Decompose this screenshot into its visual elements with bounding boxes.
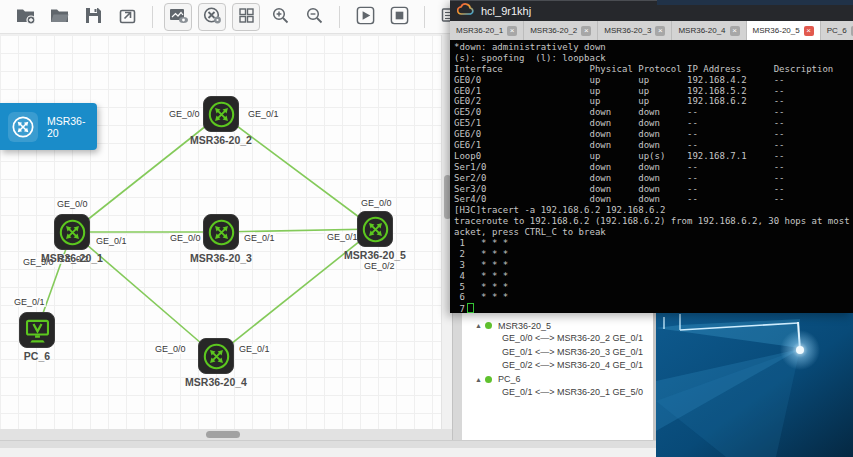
- collapse-arrow-icon[interactable]: ▲: [475, 376, 485, 383]
- tree-link-item[interactable]: GE_0/1 <—> MSR36-20_1 GE_5/0: [462, 386, 653, 400]
- port-label: GE_0/1: [238, 344, 271, 354]
- port-label: GE_0/0: [360, 198, 393, 208]
- terminal-title: hcl_9r1khj: [481, 5, 531, 17]
- canvas-horizontal-scrollbar[interactable]: [0, 429, 452, 440]
- console-line: GE5/1 down down -- --: [454, 118, 853, 129]
- toolbar-separator: [152, 6, 153, 28]
- port-label: GE_0/0: [56, 199, 89, 209]
- device-label: MSR36-20_5: [344, 249, 406, 261]
- device-MSR36-20_4[interactable]: MSR36-20_4: [198, 338, 234, 374]
- save-topology-button[interactable]: [79, 3, 107, 31]
- export-topology-button[interactable]: [113, 3, 141, 31]
- console-line: GE0/0 up up 192.168.4.2 --: [454, 75, 853, 86]
- port-label: GE_0/1: [243, 233, 276, 243]
- desktop-strip: [657, 0, 853, 5]
- console-line: 2 * * *: [454, 249, 853, 260]
- tree-link-item[interactable]: GE_0/2 <—> MSR36-20_4 GE_0/1: [462, 359, 653, 373]
- device-PC_6[interactable]: PC_6: [19, 312, 55, 348]
- tab-close-icon[interactable]: ×: [507, 26, 517, 36]
- console-line: GE6/1 down down -- --: [454, 140, 853, 151]
- start-all-devices-icon: [355, 5, 376, 29]
- cloud-icon: [457, 2, 475, 20]
- tab-label: MSR36-20_1: [456, 26, 503, 35]
- device-label: MSR36-20_4: [185, 376, 247, 388]
- topology-summary-panel: ▲MSR36-20_5GE_0/0 <—> MSR36-20_2 GE_0/1G…: [462, 313, 653, 440]
- toolbar-separator: [339, 6, 340, 28]
- status-bar: [0, 440, 656, 457]
- port-label: GE_0/0: [169, 233, 202, 243]
- zoom-out-icon: [305, 6, 324, 28]
- terminal-tab-PC_6[interactable]: PC_6×: [821, 21, 853, 40]
- device-MSR36-20_2[interactable]: MSR36-20_2: [203, 96, 239, 132]
- console-line: Ser3/0 down down -- --: [454, 184, 853, 195]
- device-label: MSR36-20_2: [190, 134, 252, 146]
- tab-close-icon[interactable]: ×: [804, 26, 814, 36]
- new-topology-icon: [15, 6, 36, 28]
- tree-node-MSR36-20_5[interactable]: ▲MSR36-20_5: [462, 319, 653, 332]
- status-dot: [485, 376, 492, 383]
- tree-link-item[interactable]: GE_0/1 <—> MSR36-20_3 GE_0/1: [462, 346, 653, 360]
- terminal-tab-MSR36-20_1[interactable]: MSR36-20_1×: [450, 21, 524, 40]
- zoom-out-button[interactable]: [300, 3, 328, 31]
- stop-all-devices-button[interactable]: [385, 3, 413, 31]
- terminal-tab-MSR36-20_2[interactable]: MSR36-20_2×: [524, 21, 598, 40]
- router-icon: [203, 96, 239, 132]
- console-line: *down: administratively down: [454, 42, 853, 53]
- port-label: GE_0/2: [363, 261, 396, 271]
- zoom-in-button[interactable]: [266, 3, 294, 31]
- tab-label: MSR36-20_2: [530, 26, 577, 35]
- export-topology-icon: [118, 6, 137, 28]
- device-palette-badge[interactable]: MSR36-20: [0, 103, 97, 150]
- terminal-title-bar[interactable]: hcl_9r1khj: [450, 0, 853, 21]
- console-line: 3 * * *: [454, 260, 853, 271]
- terminal-console[interactable]: *down: administratively down(s): spoofin…: [450, 40, 853, 313]
- console-line: acket, press CTRL_C to break: [454, 227, 853, 238]
- terminal-tab-MSR36-20_5[interactable]: MSR36-20_5×: [747, 21, 821, 40]
- router-icon: [357, 211, 393, 247]
- topology-canvas[interactable]: MSR36-20 GE_0/0GE_0/1GE_0/0GE_0/1GE_5/0G…: [0, 35, 441, 429]
- tab-close-icon[interactable]: ×: [655, 26, 665, 36]
- link-MSR36-20_2-MSR36-20_5[interactable]: [221, 114, 375, 229]
- device-label: PC_6: [24, 350, 50, 362]
- link-MSR36-20_1-MSR36-20_4[interactable]: [72, 232, 216, 356]
- port-label: GE_0/1: [247, 109, 280, 119]
- port-label: GE_0/1: [326, 232, 359, 242]
- show-grid-icon: [237, 6, 256, 28]
- port-label: GE_0/0: [154, 344, 187, 354]
- panel-splitter[interactable]: [452, 313, 462, 440]
- device-MSR36-20_5[interactable]: MSR36-20_5: [357, 211, 393, 247]
- open-topology-button[interactable]: [45, 3, 73, 31]
- console-line: GE6/0 down down -- --: [454, 129, 853, 140]
- terminal-window: hcl_9r1khj MSR36-20_1×MSR36-20_2×MSR36-2…: [450, 0, 853, 313]
- show-interface-panel-button[interactable]: [198, 3, 226, 31]
- horizontal-scrollbar-thumb[interactable]: [206, 431, 240, 438]
- terminal-tab-MSR36-20_3[interactable]: MSR36-20_3×: [598, 21, 672, 40]
- show-grid-button[interactable]: [232, 3, 260, 31]
- terminal-tab-bar: MSR36-20_1×MSR36-20_2×MSR36-20_3×MSR36-2…: [450, 21, 853, 40]
- console-line: GE0/1 up up 192.168.5.2 --: [454, 86, 853, 97]
- tree-link-item[interactable]: GE_0/0 <—> MSR36-20_2 GE_0/1: [462, 332, 653, 346]
- window-border: [653, 313, 656, 457]
- tab-label: PC_6: [827, 26, 847, 35]
- tab-close-icon[interactable]: ×: [730, 26, 740, 36]
- terminal-tab-MSR36-20_4[interactable]: MSR36-20_4×: [672, 21, 746, 40]
- start-all-devices-button[interactable]: [351, 3, 379, 31]
- console-line: (s): spoofing (l): loopback: [454, 53, 853, 64]
- port-label: GE_0/0: [168, 109, 201, 119]
- tab-close-icon[interactable]: ×: [581, 26, 591, 36]
- console-line: GE5/0 down down -- --: [454, 107, 853, 118]
- status-dot: [485, 322, 492, 329]
- tab-label: MSR36-20_3: [604, 26, 651, 35]
- device-label: MSR36-20_3: [190, 252, 252, 264]
- device-MSR36-20_1[interactable]: MSR36-20_1: [54, 214, 90, 250]
- console-line: Ser4/0 down down -- --: [454, 194, 853, 205]
- device-MSR36-20_3[interactable]: MSR36-20_3: [203, 214, 239, 250]
- console-line: Loop0 up up(s) 192.168.7.1 --: [454, 151, 853, 162]
- desktop-wallpaper: [656, 313, 853, 457]
- console-line: Ser2/0 down down -- --: [454, 173, 853, 184]
- show-device-panel-button[interactable]: [164, 3, 192, 31]
- collapse-arrow-icon[interactable]: ▲: [475, 322, 485, 329]
- new-topology-button[interactable]: [11, 3, 39, 31]
- tree-node-label: PC_6: [498, 374, 521, 384]
- tree-node-PC_6[interactable]: ▲PC_6: [462, 373, 653, 386]
